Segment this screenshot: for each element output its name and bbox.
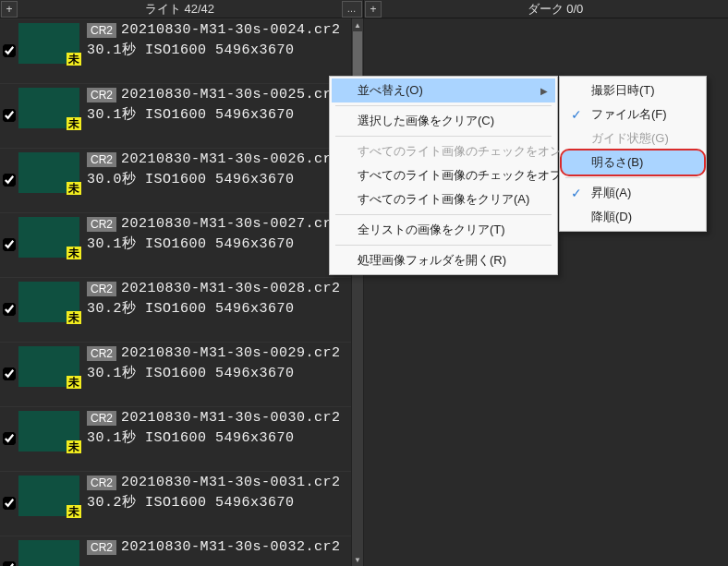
list-item[interactable]: 未CR220210830-M31-30s-0024.cr230.1秒 ISO16… bbox=[0, 18, 351, 83]
file-name: 20210830-M31-30s-0029.cr2 bbox=[121, 345, 341, 361]
thumbnail-col: 未 bbox=[17, 21, 81, 66]
add-dark-button[interactable]: + bbox=[365, 1, 382, 18]
list-item[interactable]: CR220210830-M31-30s-0032.cr2 bbox=[0, 536, 351, 566]
header-right: + ダーク 0/0 bbox=[364, 0, 728, 18]
file-name: 20210830-M31-30s-0024.cr2 bbox=[121, 22, 341, 38]
submenu-arrow-icon: ▶ bbox=[540, 86, 548, 96]
list-item[interactable]: 未CR220210830-M31-30s-0028.cr230.2秒 ISO16… bbox=[0, 277, 351, 342]
context-menu: 並べ替え(O) ▶ 選択した画像をクリア(C) すべてのライト画像のチェックをオ… bbox=[329, 76, 558, 275]
info-col: CR220210830-M31-30s-0024.cr230.1秒 ISO160… bbox=[81, 21, 349, 58]
check-icon: ✓ bbox=[571, 107, 582, 122]
list-item[interactable]: 未CR220210830-M31-30s-0029.cr230.1秒 ISO16… bbox=[0, 342, 351, 406]
sort-by-brightness[interactable]: 明るさ(B) bbox=[562, 151, 704, 175]
checkbox-col bbox=[2, 280, 17, 316]
list-item[interactable]: 未CR220210830-M31-30s-0030.cr230.1秒 ISO16… bbox=[0, 406, 351, 471]
filetype-tag: CR2 bbox=[87, 476, 116, 490]
sort-by-datetime[interactable]: 撮影日時(T) bbox=[562, 78, 704, 102]
filetype-tag: CR2 bbox=[87, 540, 116, 555]
thumbnail-col: 未 bbox=[17, 215, 81, 259]
menu-clear-all[interactable]: 全リストの画像をクリア(T) bbox=[332, 218, 555, 242]
checkbox-col bbox=[2, 21, 17, 57]
status-badge: 未 bbox=[67, 440, 81, 453]
file-meta: 30.2秒 ISO1600 5496x3670 bbox=[87, 493, 349, 511]
item-checkbox[interactable] bbox=[3, 561, 16, 566]
info-col: CR220210830-M31-30s-0032.cr2 bbox=[81, 538, 349, 558]
sort-by-guide[interactable]: ガイド状態(G) bbox=[562, 126, 704, 151]
list-item[interactable]: 未CR220210830-M31-30s-0026.cr230.0秒 ISO16… bbox=[0, 148, 351, 212]
file-name: 20210830-M31-30s-0031.cr2 bbox=[121, 475, 341, 490]
menu-sort-label: 並べ替え(O) bbox=[358, 82, 423, 99]
checkbox-col bbox=[2, 344, 17, 380]
sort-by-datetime-label: 撮影日時(T) bbox=[591, 82, 655, 99]
status-badge: 未 bbox=[67, 311, 81, 324]
info-col: CR220210830-M31-30s-0030.cr230.1秒 ISO160… bbox=[81, 409, 349, 446]
menu-open-folder[interactable]: 処理画像フォルダを開く(R) bbox=[332, 248, 555, 272]
menu-clear-selected[interactable]: 選択した画像をクリア(C) bbox=[332, 109, 555, 133]
item-checkbox[interactable] bbox=[3, 432, 16, 445]
thumbnail-col: 未 bbox=[17, 151, 81, 195]
file-meta: 30.1秒 ISO1600 5496x3670 bbox=[87, 41, 349, 58]
menu-sort[interactable]: 並べ替え(O) ▶ bbox=[332, 78, 555, 102]
sort-by-filename-label: ファイル名(F) bbox=[591, 106, 667, 123]
filetype-tag: CR2 bbox=[87, 217, 116, 232]
filetype-tag: CR2 bbox=[87, 88, 116, 102]
thumbnail[interactable] bbox=[18, 540, 79, 566]
file-name: 20210830-M31-30s-0026.cr2 bbox=[121, 151, 341, 167]
sort-asc[interactable]: ✓ 昇順(A) bbox=[562, 181, 704, 205]
file-name: 20210830-M31-30s-0030.cr2 bbox=[121, 410, 341, 426]
checkbox-col bbox=[2, 538, 17, 566]
list-item[interactable]: 未CR220210830-M31-30s-0031.cr230.2秒 ISO16… bbox=[0, 471, 351, 536]
filetype-tag: CR2 bbox=[87, 346, 116, 361]
item-checkbox[interactable] bbox=[3, 238, 16, 251]
sort-desc-label: 降順(D) bbox=[591, 209, 632, 225]
status-badge: 未 bbox=[67, 376, 81, 389]
file-name: 20210830-M31-30s-0032.cr2 bbox=[121, 539, 341, 555]
check-icon: ✓ bbox=[571, 186, 582, 200]
file-meta: 30.1秒 ISO1600 5496x3670 bbox=[87, 105, 349, 123]
filetype-tag: CR2 bbox=[87, 282, 116, 296]
item-checkbox[interactable] bbox=[3, 303, 16, 316]
scroll-down-button[interactable]: ▼ bbox=[352, 553, 363, 566]
sort-by-brightness-label: 明るさ(B) bbox=[591, 154, 643, 171]
thumbnail-col: 未 bbox=[17, 86, 81, 130]
menu-check-all-on[interactable]: すべてのライト画像のチェックをオン(N) bbox=[332, 139, 555, 163]
lights-title: ライト 42/42 bbox=[18, 1, 341, 18]
list-item[interactable]: 未CR220210830-M31-30s-0027.cr230.1秒 ISO16… bbox=[0, 212, 351, 277]
lights-menu-button[interactable]: … bbox=[342, 1, 362, 18]
info-col: CR220210830-M31-30s-0027.cr230.1秒 ISO160… bbox=[81, 215, 349, 252]
checkbox-col bbox=[2, 474, 17, 510]
item-checkbox[interactable] bbox=[3, 44, 16, 57]
file-meta: 30.0秒 ISO1600 5496x3670 bbox=[87, 170, 349, 187]
sort-desc[interactable]: 降順(D) bbox=[562, 205, 704, 229]
header-left: + ライト 42/42 … bbox=[0, 0, 364, 18]
scroll-up-button[interactable]: ▲ bbox=[352, 18, 363, 31]
add-light-button[interactable]: + bbox=[1, 1, 18, 18]
menu-separator bbox=[335, 105, 552, 106]
menu-separator bbox=[335, 214, 552, 215]
filetype-tag: CR2 bbox=[87, 152, 116, 167]
item-checkbox[interactable] bbox=[3, 497, 16, 510]
item-checkbox[interactable] bbox=[3, 367, 16, 380]
sort-submenu: 撮影日時(T) ✓ ファイル名(F) ガイド状態(G) 明るさ(B) ✓ 昇順(… bbox=[559, 76, 707, 232]
sort-by-filename[interactable]: ✓ ファイル名(F) bbox=[562, 102, 704, 126]
info-col: CR220210830-M31-30s-0028.cr230.2秒 ISO160… bbox=[81, 280, 349, 317]
body: 未CR220210830-M31-30s-0024.cr230.1秒 ISO16… bbox=[0, 18, 728, 566]
file-name: 20210830-M31-30s-0027.cr2 bbox=[121, 216, 341, 232]
menu-separator bbox=[335, 136, 552, 137]
file-name: 20210830-M31-30s-0028.cr2 bbox=[121, 281, 341, 296]
file-meta: 30.2秒 ISO1600 5496x3670 bbox=[87, 299, 349, 317]
status-badge: 未 bbox=[67, 247, 81, 259]
light-list: 未CR220210830-M31-30s-0024.cr230.1秒 ISO16… bbox=[0, 18, 351, 566]
item-checkbox[interactable] bbox=[3, 109, 16, 122]
info-col: CR220210830-M31-30s-0029.cr230.1秒 ISO160… bbox=[81, 344, 349, 381]
file-meta: 30.1秒 ISO1600 5496x3670 bbox=[87, 428, 349, 446]
info-col: CR220210830-M31-30s-0025.cr230.1秒 ISO160… bbox=[81, 86, 349, 123]
header: + ライト 42/42 … + ダーク 0/0 bbox=[0, 0, 728, 18]
menu-separator bbox=[335, 245, 552, 246]
item-checkbox[interactable] bbox=[3, 174, 16, 187]
menu-clear-all-lights[interactable]: すべてのライト画像をクリア(A) bbox=[332, 187, 555, 211]
list-item[interactable]: 未CR220210830-M31-30s-0025.cr230.1秒 ISO16… bbox=[0, 83, 351, 148]
status-badge: 未 bbox=[67, 505, 81, 518]
file-meta: 30.1秒 ISO1600 5496x3670 bbox=[87, 364, 349, 381]
menu-check-all-off[interactable]: すべてのライト画像のチェックをオフ(F) bbox=[332, 163, 555, 187]
